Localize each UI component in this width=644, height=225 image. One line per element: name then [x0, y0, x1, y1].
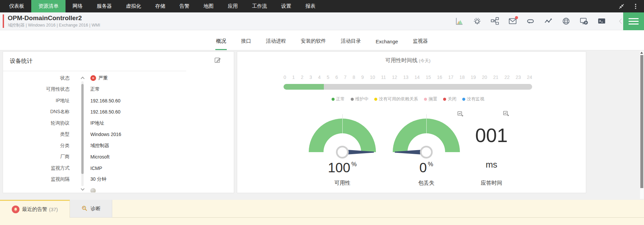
- table-row: 状态 严重: [3, 73, 233, 84]
- stat-value: 192.168.50.60: [90, 98, 121, 103]
- device-stats-title: 设备统计: [10, 57, 33, 65]
- nav-item[interactable]: 工作流: [245, 0, 274, 12]
- workflow-icon[interactable]: [490, 17, 499, 26]
- device-tab[interactable]: 监视器: [412, 38, 429, 50]
- performance-chart-icon[interactable]: [455, 17, 464, 26]
- nav-item[interactable]: 仪表板: [2, 0, 31, 12]
- stat-label: 分类: [3, 143, 70, 149]
- device-tabs: 概况 接口 活动进程 安装的软件 活动目录 Exchange 监视器: [0, 30, 644, 50]
- table-row: 监视间隔 30 分钟: [3, 174, 233, 185]
- nav-right-controls: [617, 0, 644, 12]
- nav-item[interactable]: 网络: [66, 0, 90, 12]
- scroll-up-icon[interactable]: [81, 77, 84, 80]
- pulse-icon[interactable]: [544, 17, 553, 26]
- availability-title: 可用性时间线(今天): [284, 57, 532, 64]
- device-tab[interactable]: Exchange: [375, 39, 399, 50]
- gauge-hub-icon: [420, 146, 433, 159]
- nav-item[interactable]: 存储: [148, 0, 172, 12]
- kebab-menu-icon[interactable]: [631, 2, 640, 11]
- page-title: OPM-DomainController2: [8, 14, 100, 22]
- stat-label: IP地址: [3, 98, 70, 104]
- hour-tick-label: 18: [460, 75, 465, 80]
- terminal-icon[interactable]: [597, 17, 606, 26]
- nav-item[interactable]: 报表: [298, 0, 323, 12]
- report-icon[interactable]: [457, 110, 464, 117]
- stat-value: IP地址: [90, 120, 104, 126]
- response-time-unit: ms: [455, 160, 528, 170]
- stat-label: 类型: [3, 131, 70, 137]
- hour-tick-label: 5: [327, 75, 329, 80]
- legend-dot-icon: [374, 98, 377, 101]
- alarm-count: (37): [49, 207, 58, 212]
- hour-tick-label: 1: [292, 75, 295, 80]
- diagnose-magnifier-icon: [81, 205, 88, 212]
- scroll-up-icon[interactable]: [640, 52, 643, 54]
- hamburger-menu-icon[interactable]: [623, 12, 644, 30]
- table-row: 轮询协议 IP地址: [3, 118, 233, 129]
- nav-item[interactable]: 设置: [274, 0, 298, 12]
- nav-item[interactable]: 资源清单: [31, 0, 66, 12]
- hour-tick-label: 3: [309, 75, 312, 80]
- mail-icon[interactable]: [508, 17, 517, 26]
- availability-title-period: (今天): [419, 58, 431, 63]
- stats-scrollbar[interactable]: [81, 77, 84, 191]
- timeline-legend: 正常 维护中 没有可用的依赖关系 搁置: [284, 96, 532, 102]
- hour-tick-label: 23: [516, 75, 521, 80]
- hour-tick-label: 6: [335, 75, 338, 80]
- globe-icon[interactable]: [562, 17, 570, 26]
- scroll-down-icon[interactable]: [81, 187, 84, 190]
- table-row: 厂商 Microsoft: [3, 151, 233, 163]
- tab-diagnose[interactable]: 诊断: [70, 200, 112, 218]
- availability-timeline-bar[interactable]: [284, 84, 532, 90]
- stat-label: 可用性状态: [3, 86, 70, 92]
- nav-item[interactable]: 应用: [221, 0, 245, 12]
- stat-label: 厂商: [3, 154, 70, 160]
- table-row-partial: [3, 185, 233, 192]
- device-header: OPM-DomainController2 域控制器 | Windows 201…: [0, 12, 644, 30]
- report-icon[interactable]: [503, 110, 510, 117]
- device-tab[interactable]: 接口: [240, 38, 252, 50]
- stat-value: 192.168.50.60: [90, 109, 121, 115]
- scrollbar-thumb[interactable]: [81, 84, 84, 174]
- nav-item[interactable]: 告警: [172, 0, 197, 12]
- nav-item[interactable]: 虚拟化: [119, 0, 148, 12]
- collapse-icon[interactable]: [617, 2, 626, 11]
- device-tab[interactable]: 活动进程: [265, 38, 287, 50]
- nav-item[interactable]: 地图: [197, 0, 221, 12]
- device-tab[interactable]: 安装的软件: [300, 38, 327, 50]
- hour-tick-label: 4: [318, 75, 321, 80]
- alarm-icon[interactable]: [473, 17, 481, 26]
- stat-label: 监视间隔: [3, 176, 70, 182]
- table-row: IP地址 192.168.50.60: [3, 95, 233, 106]
- remote-desktop-icon[interactable]: [579, 17, 588, 26]
- legend-item: 没有可用的依赖关系: [374, 96, 418, 102]
- legend-item: 正常: [332, 96, 345, 102]
- device-tab[interactable]: 概况: [215, 38, 227, 50]
- availability-gauge: 100% 可用性: [305, 119, 379, 192]
- availability-card: 可用性时间线(今天) 0 1 2 3 4 5 6 7 8 9: [237, 51, 586, 193]
- stat-value: 正常: [90, 86, 100, 92]
- stat-value: 30 分钟: [90, 176, 106, 182]
- page-scrollbar[interactable]: [640, 51, 644, 199]
- hour-tick-label: 7: [344, 75, 347, 80]
- nav-item[interactable]: 服务器: [90, 0, 119, 12]
- tab-label: 最近的告警: [22, 206, 47, 213]
- bottom-tabs-divider: [70, 217, 644, 218]
- device-tab[interactable]: 活动目录: [340, 38, 361, 50]
- gauge-value: 100%: [305, 156, 379, 176]
- response-time-label: 应答时间: [455, 179, 528, 187]
- tab-recent-alarms[interactable]: 最近的告警 (37): [0, 200, 70, 218]
- link-loop-icon[interactable]: [526, 17, 535, 26]
- alert-bell-icon: [12, 206, 19, 213]
- edit-icon[interactable]: [214, 56, 221, 64]
- table-row: 分类 域控制器: [3, 140, 233, 151]
- stat-label: 轮询协议: [3, 120, 70, 126]
- page-scrollbar-thumb[interactable]: [640, 55, 643, 188]
- hour-tick-label: 12: [392, 75, 397, 80]
- hour-tick-label: 17: [448, 75, 454, 80]
- hour-tick-label: 9: [361, 75, 364, 80]
- hour-tick-label: 21: [493, 75, 499, 80]
- mail-badge: [515, 16, 518, 19]
- response-time-stat: 001 ms 应答时间: [455, 119, 528, 192]
- hour-tick-label: 19: [471, 75, 476, 80]
